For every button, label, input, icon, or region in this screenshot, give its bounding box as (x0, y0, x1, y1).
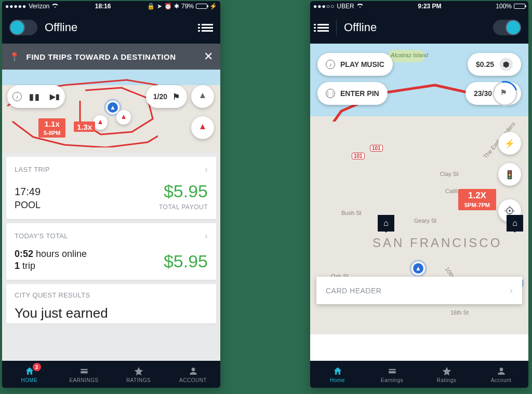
trips-label: trip (22, 261, 35, 271)
bolt-icon: ⚡ (504, 139, 515, 148)
traffic-light-icon: 🚦 (504, 170, 515, 180)
tab-label: Ratings (437, 377, 456, 383)
tab-label: Home (330, 377, 345, 383)
tab-earnings[interactable]: EARNINGS (57, 361, 111, 388)
counter-label: 23/30 (474, 89, 492, 98)
tab-label: ACCOUNT (179, 377, 207, 383)
tab-bar: Home Earnings Ratings Account (310, 361, 528, 388)
music-note-icon: ♪ (326, 60, 335, 69)
surge-boundary (2, 70, 158, 147)
pill-label: ENTER PIN (340, 89, 379, 98)
map-region[interactable]: ♪ ▮▮ ▶▮ 1/20 ⚑ ▲ 1.1x 5-8PM 1.3x (2, 70, 220, 153)
menu-icon[interactable] (202, 24, 213, 32)
pause-button[interactable]: ▮▮ (29, 92, 41, 102)
nav-home-button[interactable] (191, 116, 214, 139)
close-icon[interactable]: ✕ (204, 50, 214, 63)
surge-mult: 1.1x (45, 119, 60, 128)
phone-left: ●●●●● Verizon 18:16 🔒 ➤ ⏰ ✱ 79% ⚡ Offlin… (2, 1, 220, 388)
menu-icon[interactable] (317, 24, 329, 32)
tab-home[interactable]: HOME 3 (2, 361, 57, 388)
fare-pill[interactable]: $0.25 ⬢ (468, 53, 521, 76)
tab-account[interactable]: Account (474, 361, 528, 388)
tab-earnings[interactable]: Earnings (365, 361, 419, 388)
trip-sublabel: TOTAL PAYOUT (159, 203, 208, 211)
card-header-row[interactable]: CARD HEADER › (316, 277, 522, 304)
status-bar: ●●●●● Verizon 18:16 🔒 ➤ ⏰ ✱ 79% ⚡ (2, 1, 220, 11)
card-title: CITY QUEST RESULTS (15, 291, 90, 299)
charging-icon: ⚡ (209, 3, 217, 10)
surge-mult: 1.2X (468, 191, 486, 200)
online-toggle[interactable] (9, 20, 37, 35)
tab-account[interactable]: ACCOUNT (166, 361, 220, 388)
user-location: ▲ (411, 262, 425, 275)
street-label: Bush St (341, 210, 362, 216)
today-total-card[interactable]: TODAY'S TOTAL › 0:52 hours online 1 trip… (6, 223, 216, 280)
tab-label: RATINGS (126, 377, 151, 383)
battery-pct-label: 100% (496, 3, 512, 10)
clock-label: 18:16 (95, 3, 111, 10)
hours-label: hours online (36, 249, 87, 259)
surge-tag: 1.1x 5-8PM (38, 118, 65, 138)
tab-label: EARNINGS (69, 377, 98, 383)
map-region[interactable]: Alcatraz Island California St (310, 44, 528, 334)
poi-marker (116, 110, 131, 125)
surge-hours: 5PM-7PM (462, 201, 492, 210)
online-toggle[interactable] (493, 20, 521, 35)
nav-up-button[interactable] (191, 85, 214, 108)
wifi-icon (356, 3, 364, 10)
status-title: Offline (45, 21, 194, 34)
next-track-button[interactable]: ▶▮ (50, 92, 60, 101)
destination-banner[interactable]: 📍 FIND TRIPS TOWARD A DESTINATION ✕ (2, 44, 220, 70)
user-location: ▲ (106, 101, 119, 114)
battery-icon (196, 4, 207, 9)
quest-card[interactable]: CITY QUEST RESULTS You just earned (6, 284, 216, 323)
poi-marker[interactable]: ⌂ (507, 215, 523, 232)
cards-panel[interactable]: LAST TRIP › 17:49 POOL $5.95 TOTAL PAYOU… (2, 153, 220, 361)
app-header: Offline (2, 11, 220, 44)
today-amount: $5.95 (164, 251, 208, 271)
counter-pill[interactable]: 23/30 ⚑ (466, 82, 521, 105)
last-trip-card[interactable]: LAST TRIP › 17:49 POOL $5.95 TOTAL PAYOU… (6, 157, 216, 219)
poi-marker (93, 115, 108, 130)
svg-point-9 (509, 210, 511, 212)
hex-icon: ⬢ (499, 58, 513, 71)
crosshair-icon (504, 206, 515, 216)
status-title: Offline (344, 21, 486, 34)
trip-amount: $5.95 (159, 181, 208, 201)
tab-label: HOME (21, 377, 38, 383)
home-icon: ⌂ (512, 219, 517, 228)
tab-label: Account (491, 377, 512, 383)
chevron-right-icon: › (205, 230, 208, 241)
hwy-shield: 101 (370, 145, 383, 152)
chevron-right-icon: › (510, 285, 513, 296)
card-header-label: CARD HEADER (326, 287, 381, 295)
tab-home[interactable]: Home (310, 361, 365, 388)
tab-ratings[interactable]: Ratings (419, 361, 474, 388)
music-note-icon[interactable]: ♪ (12, 92, 22, 101)
play-music-button[interactable]: ♪ PLAY MUSIC (317, 53, 393, 76)
pill-label: PLAY MUSIC (340, 60, 384, 69)
surge-tag: 1.2X 5PM-7PM (458, 189, 496, 210)
bolt-button[interactable]: ⚡ (498, 132, 521, 155)
battery-icon (514, 4, 525, 9)
flag-icon: ⚑ (500, 88, 507, 97)
trips-value: 1 (15, 261, 20, 271)
street-label: 16th St (450, 309, 469, 316)
surge-mult: 1.3x (77, 123, 92, 131)
enter-pin-button[interactable]: ⋮⋮ ENTER PIN (317, 82, 388, 105)
clock-label: 9:23 PM (418, 3, 441, 10)
tab-ratings[interactable]: RATINGS (111, 361, 166, 388)
traffic-button[interactable]: 🚦 (498, 163, 521, 186)
quest-line: You just earned (15, 305, 208, 321)
surge-tag: 1.3x (74, 121, 95, 132)
trip-counter-label: 1/20 (153, 92, 167, 101)
keypad-icon: ⋮⋮ (326, 89, 335, 98)
banner-text: FIND TRIPS TOWARD A DESTINATION (26, 52, 197, 61)
battery-pct-label: 79% (181, 3, 194, 10)
street-label: Clay St (440, 171, 458, 177)
signal-dots-icon: ●●●●● (5, 3, 26, 10)
trip-time: 17:49 (15, 186, 41, 198)
poi-marker[interactable]: ⌂ (378, 215, 394, 232)
trip-counter-pill[interactable]: 1/20 ⚑ (146, 85, 187, 108)
hwy-shield: 101 (352, 153, 365, 159)
